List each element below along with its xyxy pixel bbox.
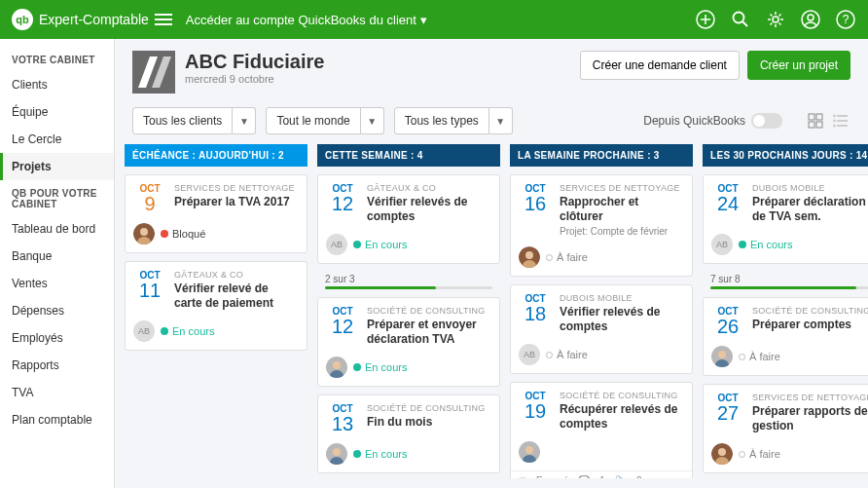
status-badge: En cours	[353, 239, 407, 250]
avatar	[711, 346, 733, 367]
card-client: SOCIÉTÉ DE CONSULTING	[367, 403, 491, 413]
column-header: LA SEMAINE PROCHAINE : 3	[510, 144, 693, 167]
client-account-label: Accéder au compte QuickBooks du client	[186, 13, 416, 27]
filter-clients[interactable]: Tous les clients▼	[132, 107, 256, 134]
avatar: AB	[711, 234, 733, 255]
card-title: Préparer déclaration de TVA sem.	[752, 195, 868, 224]
status-dot-icon	[353, 450, 361, 458]
comment-icon: 💬	[578, 475, 590, 478]
project-card[interactable]: OCT19SOCIÉTÉ DE CONSULTINGRécupérer rele…	[510, 382, 693, 478]
sidebar-item-projets[interactable]: Projets	[0, 153, 114, 180]
project-card[interactable]: OCT26SOCIÉTÉ DE CONSULTINGPréparer compt…	[703, 297, 868, 376]
quickbooks-toggle[interactable]	[751, 113, 782, 129]
page-date: mercredi 9 octobre	[185, 73, 324, 85]
hamburger-icon[interactable]	[155, 14, 172, 25]
svg-point-30	[333, 448, 341, 456]
card-client: SOCIÉTÉ DE CONSULTING	[560, 391, 684, 400]
project-card[interactable]: OCT12GÂTEAUX & COVérifier relevés de com…	[317, 174, 500, 264]
avatar	[133, 223, 155, 244]
status-badge: En cours	[161, 325, 214, 337]
card-title: Préparer rapports de gestion	[752, 404, 868, 433]
chevron-down-icon[interactable]: ▼	[233, 107, 256, 134]
card-date: OCT24	[711, 183, 744, 224]
card-client: GÂTEAUX & CO	[174, 270, 299, 280]
card-client: GÂTEAUX & CO	[367, 183, 491, 193]
card-client: SERVICES DE NETTOYAGE	[752, 393, 868, 402]
card-client: SOCIÉTÉ DE CONSULTING	[752, 306, 868, 316]
project-card[interactable]: OCT12SOCIÉTÉ DE CONSULTINGPréparer et en…	[317, 297, 500, 387]
column-header: ÉCHÉANCE : AUJOURD'HUI : 2	[125, 144, 307, 167]
card-client: SERVICES DE NETTOYAGE	[560, 183, 684, 193]
toggle-label: Depuis QuickBooks	[643, 114, 745, 128]
gear-icon[interactable]	[765, 9, 786, 30]
create-project-button[interactable]: Créer un projet	[747, 51, 850, 80]
sidebar-item-tableau-de-bord[interactable]: Tableau de bord	[0, 215, 114, 243]
sidebar-item-le-cercle[interactable]: Le Cercle	[0, 126, 114, 153]
page-header: ABC Fiduciaire mercredi 9 octobre Créer …	[115, 39, 868, 101]
card-date: OCT16	[519, 183, 552, 237]
card-date: OCT9	[133, 183, 166, 213]
svg-point-42	[718, 448, 726, 456]
sidebar: VOTRE CABINET ClientsÉquipeLe CercleProj…	[0, 39, 115, 488]
card-date: OCT12	[326, 306, 359, 347]
product-name: Expert-Comptable	[39, 12, 149, 27]
avatar	[326, 357, 347, 378]
status-dot-icon	[161, 230, 168, 238]
user-icon[interactable]	[800, 9, 821, 30]
project-card[interactable]: OCT11GÂTEAUX & COVérifier relevé de cart…	[125, 261, 307, 351]
kanban-column: ÉCHÉANCE : AUJOURD'HUI : 2OCT9SERVICES D…	[125, 144, 307, 478]
avatar	[326, 443, 347, 465]
add-icon[interactable]	[695, 9, 716, 30]
project-card[interactable]: OCT13SOCIÉTÉ DE CONSULTINGFin du moisEn …	[317, 394, 500, 473]
status-dot-icon	[739, 354, 745, 360]
status-dot-icon	[739, 241, 746, 248]
status-dot-icon	[739, 451, 745, 458]
sidebar-item-équipe[interactable]: Équipe	[0, 98, 114, 126]
chevron-down-icon[interactable]: ▼	[489, 107, 513, 134]
sidebar-item-dépenses[interactable]: Dépenses	[0, 297, 114, 324]
search-icon[interactable]	[730, 9, 751, 30]
sidebar-item-employés[interactable]: Employés	[0, 324, 114, 352]
svg-point-5	[773, 17, 778, 22]
create-request-button[interactable]: Créer une demande client	[580, 51, 740, 80]
card-date: OCT13	[326, 403, 359, 433]
status-dot-icon	[161, 327, 168, 335]
project-card[interactable]: OCT24DUBOIS MOBILEPréparer déclaration d…	[703, 174, 868, 264]
kanban-column: LES 30 PROCHAINS JOURS : 14OCT24DUBOIS M…	[703, 144, 868, 478]
project-card[interactable]: OCT18DUBOIS MOBILEVérifier relevés de co…	[510, 284, 693, 374]
status-badge: À faire	[546, 251, 588, 263]
avatar: AB	[133, 320, 155, 342]
card-date: OCT19	[519, 391, 552, 432]
sidebar-item-clients[interactable]: Clients	[0, 71, 114, 98]
filter-people[interactable]: Tout le monde▼	[266, 107, 383, 134]
svg-point-20	[833, 115, 836, 118]
svg-text:?: ?	[843, 13, 850, 26]
sidebar-item-ventes[interactable]: Ventes	[0, 270, 114, 297]
column-header: CETTE SEMAINE : 4	[317, 144, 500, 167]
status-badge: En cours	[353, 361, 407, 373]
client-account-dropdown[interactable]: Accéder au compte QuickBooks du client ▾	[186, 13, 427, 27]
avatar: AB	[326, 234, 347, 255]
project-card[interactable]: OCT9SERVICES DE NETTOYAGEPréparer la TVA…	[125, 174, 307, 253]
grid-view-icon[interactable]	[806, 111, 825, 131]
sidebar-item-plan-comptable[interactable]: Plan comptable	[0, 406, 114, 433]
list-view-icon[interactable]	[831, 111, 850, 131]
card-title: Vérifier relevés de comptes	[367, 195, 491, 224]
sidebar-item-rapports[interactable]: Rapports	[0, 352, 114, 379]
svg-point-21	[833, 120, 836, 123]
status-badge: Bloqué	[161, 228, 205, 240]
sidebar-item-banque[interactable]: Banque	[0, 243, 114, 270]
svg-point-36	[525, 446, 533, 454]
svg-rect-16	[816, 122, 822, 128]
project-card[interactable]: OCT27SERVICES DE NETTOYAGEPréparer rappo…	[703, 384, 868, 473]
card-title: Préparer comptes	[752, 318, 868, 332]
avatar	[711, 443, 733, 465]
svg-point-3	[734, 13, 744, 23]
chevron-down-icon[interactable]: ▼	[361, 107, 384, 134]
help-icon[interactable]: ?	[835, 9, 856, 30]
sidebar-item-tva[interactable]: TVA	[0, 379, 114, 406]
filter-types[interactable]: Tous les types▼	[394, 107, 513, 134]
kanban-column: LA SEMAINE PROCHAINE : 3OCT16SERVICES DE…	[510, 144, 693, 478]
project-card[interactable]: OCT16SERVICES DE NETTOYAGERapprocher et …	[510, 174, 693, 277]
card-title: Fin du mois	[367, 415, 491, 430]
